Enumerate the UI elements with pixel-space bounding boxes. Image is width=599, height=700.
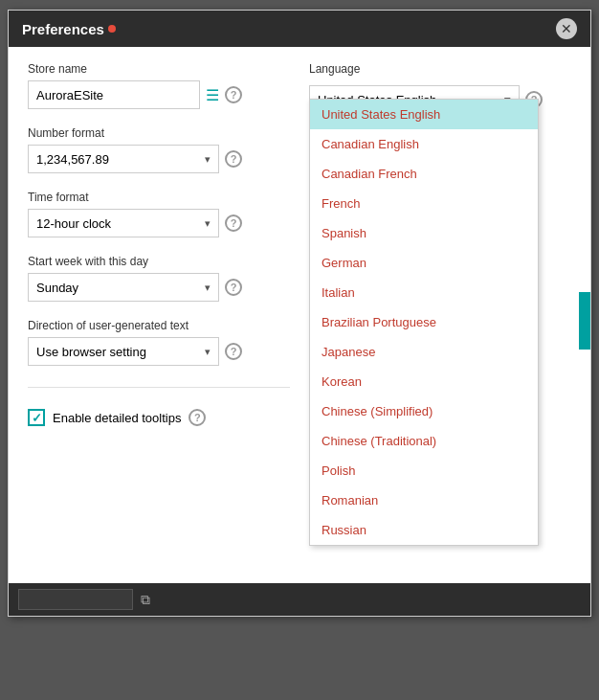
time-format-value: 12-hour clock [36, 216, 111, 231]
language-option[interactable]: German [310, 248, 538, 278]
number-format-chevron: ▾ [205, 153, 211, 166]
store-name-row: ☰ ? [28, 80, 290, 109]
tooltips-row: ✓ Enable detailed tooltips ? [28, 409, 290, 426]
number-format-label: Number format [28, 126, 290, 140]
language-option[interactable]: Canadian English [310, 129, 538, 159]
direction-chevron: ▾ [205, 346, 211, 358]
accent-bar [579, 292, 590, 350]
time-format-label: Time format [28, 191, 290, 204]
language-option[interactable]: Italian [310, 278, 538, 307]
direction-select[interactable]: Use browser setting ▾ [28, 337, 219, 366]
store-name-label: Store name [28, 62, 290, 76]
close-button[interactable]: ✕ [556, 18, 577, 39]
language-option[interactable]: Canadian French [310, 159, 538, 189]
language-option[interactable]: Russian [310, 515, 538, 545]
footer-input[interactable] [18, 589, 133, 610]
number-format-value: 1,234,567.89 [36, 152, 109, 167]
tooltips-label: Enable detailed tooltips [53, 411, 181, 425]
edit-icon[interactable]: ☰ [206, 86, 219, 104]
language-option[interactable]: Korean [310, 367, 538, 396]
tooltips-help[interactable]: ? [189, 409, 206, 426]
store-name-input[interactable] [28, 80, 200, 109]
direction-row: Use browser setting ▾ ? [28, 337, 290, 366]
number-format-help[interactable]: ? [225, 150, 242, 168]
modal-footer: ⧉ [9, 583, 590, 616]
time-format-chevron: ▾ [205, 217, 211, 230]
tooltips-checkbox[interactable]: ✓ [28, 409, 45, 426]
start-week-value: Sunday [36, 281, 78, 295]
start-week-help[interactable]: ? [225, 279, 242, 296]
time-format-select[interactable]: 12-hour clock ▾ [28, 209, 219, 237]
start-week-label: Start week with this day [28, 255, 290, 268]
language-option[interactable]: Polish [310, 456, 538, 485]
modal-overlay: Preferences ✕ Store name ☰ ? [0, 0, 599, 700]
right-column: Language United States English ▾ ? Unite… [309, 62, 571, 568]
language-option[interactable]: Spanish [310, 218, 538, 248]
number-format-row: 1,234,567.89 ▾ ? [28, 145, 290, 173]
store-name-group: Store name ☰ ? [28, 62, 290, 109]
language-label: Language [309, 62, 571, 76]
number-format-group: Number format 1,234,567.89 ▾ ? [28, 126, 290, 173]
start-week-chevron: ▾ [205, 282, 211, 294]
time-format-row: 12-hour clock ▾ ? [28, 209, 290, 237]
language-option[interactable]: Chinese (Traditional) [310, 426, 538, 456]
language-option[interactable]: United States English [310, 100, 538, 129]
modal-body: Store name ☰ ? Number format 1,234,567.8… [9, 47, 590, 583]
footer-icon: ⧉ [141, 592, 150, 608]
language-option[interactable]: French [310, 189, 538, 218]
language-dropdown[interactable]: United States EnglishCanadian EnglishCan… [309, 99, 539, 546]
start-week-select[interactable]: Sunday ▾ [28, 273, 219, 302]
language-option[interactable]: Brazilian Portuguese [310, 307, 538, 337]
modal-title: Preferences [22, 21, 104, 37]
divider [28, 387, 290, 388]
direction-value: Use browser setting [36, 345, 146, 359]
language-option[interactable]: Japanese [310, 337, 538, 367]
time-format-help[interactable]: ? [225, 215, 242, 232]
direction-group: Direction of user-generated text Use bro… [28, 319, 290, 366]
start-week-row: Sunday ▾ ? [28, 273, 290, 302]
start-week-group: Start week with this day Sunday ▾ ? [28, 255, 290, 302]
checkmark-icon: ✓ [32, 411, 42, 425]
time-format-group: Time format 12-hour clock ▾ ? [28, 191, 290, 237]
modal-title-area: Preferences [22, 21, 116, 37]
modal-header: Preferences ✕ [9, 11, 590, 47]
title-dot [108, 25, 116, 33]
preferences-modal: Preferences ✕ Store name ☰ ? [8, 10, 591, 617]
direction-label: Direction of user-generated text [28, 319, 290, 332]
number-format-select[interactable]: 1,234,567.89 ▾ [28, 145, 219, 173]
left-column: Store name ☰ ? Number format 1,234,567.8… [28, 62, 290, 568]
language-option[interactable]: Romanian [310, 485, 538, 515]
language-option[interactable]: Chinese (Simplified) [310, 396, 538, 426]
store-name-help[interactable]: ? [225, 86, 242, 103]
direction-help[interactable]: ? [225, 343, 242, 360]
